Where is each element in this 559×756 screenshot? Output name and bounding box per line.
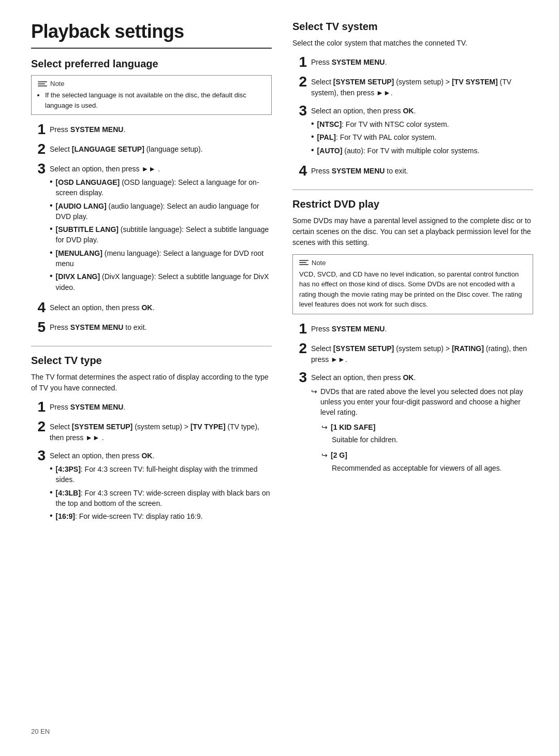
restrict-step-2: 2 Select [SYSTEM SETUP] (system setup) >… [292, 341, 533, 365]
sub-item-osd: [OSD LANGUAGE] (OSD language): Select a … [50, 177, 272, 198]
page-title: Playback settings [31, 21, 272, 42]
tv-type-step-2: 2 Select [SYSTEM SETUP] (system setup) >… [31, 419, 272, 443]
arrow-item-dvd-level: ↪ DVDs that are rated above the level yo… [311, 386, 533, 418]
page-footer: 20 EN [31, 728, 50, 735]
note-label: Note [50, 80, 64, 88]
rating-1-kid-safe: ↪ [1 KID SAFE] Suitable for children. ↪ … [321, 422, 533, 473]
section-restrict-dvd-title: Restrict DVD play [292, 198, 533, 210]
tv-system-step-4: 4 Press SYSTEM MENU to exit. [292, 164, 533, 178]
restrict-step-3: 3 Select an option, then press OK. ↪ DVD… [292, 370, 533, 473]
restrict-step-1: 1 Press SYSTEM MENU. [292, 322, 533, 336]
sub-item-divx: [DIVX LANG] (DivX language): Select a su… [50, 271, 272, 293]
tv-type-intro: The TV format determines the aspect rati… [31, 372, 272, 394]
sub-item-ntsc: [NTSC]: For TV with NTSC color system. [311, 119, 479, 129]
left-column: Playback settings Select preferred langu… [31, 21, 272, 735]
page-container: Playback settings Select preferred langu… [0, 0, 559, 756]
tv-type-sub-list: [4:3PS]: For 4:3 screen TV: full-height … [50, 464, 272, 521]
tv-system-sub-list: [NTSC]: For TV with NTSC color system. [… [311, 119, 479, 156]
arrow-icon-2g: ↪ [321, 450, 328, 460]
restrict-note-text: VCD, SVCD, and CD have no level indicati… [299, 269, 526, 310]
section-tv-type-title: Select TV type [31, 355, 272, 367]
arrow-icon: ↪ [311, 386, 317, 397]
note-list: If the selected language is not availabl… [38, 90, 265, 110]
sub-item-169: [16:9]: For wide-screen TV: display rati… [50, 511, 272, 521]
sub-item-43ps: [4:3PS]: For 4:3 screen TV: full-height … [50, 464, 272, 485]
sub-item-pal: [PAL]: For TV with PAL color system. [311, 132, 479, 142]
step-3: 3 Select an option, then press ►► . [OSD… [31, 162, 272, 295]
restrict-note-label: Note [312, 259, 326, 267]
restrict-dvd-note-box: Note VCD, SVCD, and CD have no level ind… [292, 254, 533, 314]
sub-item-auto: [AUTO] (auto): For TV with multiple colo… [311, 146, 479, 156]
note-item: If the selected language is not availabl… [45, 90, 265, 110]
tv-system-step-1: 1 Press SYSTEM MENU. [292, 55, 533, 69]
step-4: 4 Select an option, then press OK. [31, 300, 272, 315]
tv-system-step-2: 2 Select [SYSTEM SETUP] (system setup) >… [292, 75, 533, 98]
note-header: Note [38, 80, 265, 88]
arrow-icon-kid: ↪ [321, 422, 328, 432]
restrict-note-header: Note [299, 259, 526, 267]
sub-item-43lb: [4:3LB]: For 4:3 screen TV: wide-screen … [50, 488, 272, 509]
restrict-arrow-list: ↪ DVDs that are rated above the level yo… [311, 386, 533, 418]
preferred-language-steps: 1 Press SYSTEM MENU. 2 Select [LANGUAGE … [31, 122, 272, 335]
tv-system-steps: 1 Press SYSTEM MENU. 2 Select [SYSTEM SE… [292, 55, 533, 178]
2g-desc: Recommended as acceptable for viewers of… [321, 463, 533, 473]
step-3-sub-list: [OSD LANGUAGE] (OSD language): Select a … [50, 177, 272, 293]
section-preferred-language-title: Select preferred language [31, 58, 272, 70]
restrict-note-icon [299, 260, 308, 265]
restrict-dvd-steps: 1 Press SYSTEM MENU. 2 Select [SYSTEM SE… [292, 322, 533, 473]
step-5: 5 Press SYSTEM MENU to exit. [31, 320, 272, 335]
section-tv-system-title: Select TV system [292, 21, 533, 33]
sub-item-audio: [AUDIO LANG] (audio language): Select an… [50, 201, 272, 222]
title-divider [31, 48, 272, 49]
tv-type-steps: 1 Press SYSTEM MENU. 2 Select [SYSTEM SE… [31, 400, 272, 524]
tv-type-step-3: 3 Select an option, then press OK. [4:3P… [31, 448, 272, 524]
tv-system-intro: Select the color system that matches the… [292, 38, 533, 49]
sub-item-menulang: [MENULANG] (menu language): Select a lan… [50, 248, 272, 269]
kid-safe-desc: Suitable for children. [321, 434, 533, 445]
section-divider-1 [31, 346, 272, 346]
step-1: 1 Press SYSTEM MENU. [31, 122, 272, 137]
section-divider-right [292, 190, 533, 190]
note-icon [38, 81, 47, 86]
sub-item-subtitle: [SUBTITLE LANG] (subtitile language): Se… [50, 224, 272, 245]
restrict-dvd-intro: Some DVDs may have a parental level assi… [292, 215, 533, 248]
step-2: 2 Select [LANGUAGE SETUP] (language setu… [31, 142, 272, 156]
tv-system-step-3: 3 Select an option, then press OK. [NTSC… [292, 104, 533, 158]
tv-type-step-1: 1 Press SYSTEM MENU. [31, 400, 272, 414]
right-column: Select TV system Select the color system… [292, 21, 533, 735]
preferred-language-note-box: Note If the selected language is not ava… [31, 75, 272, 115]
